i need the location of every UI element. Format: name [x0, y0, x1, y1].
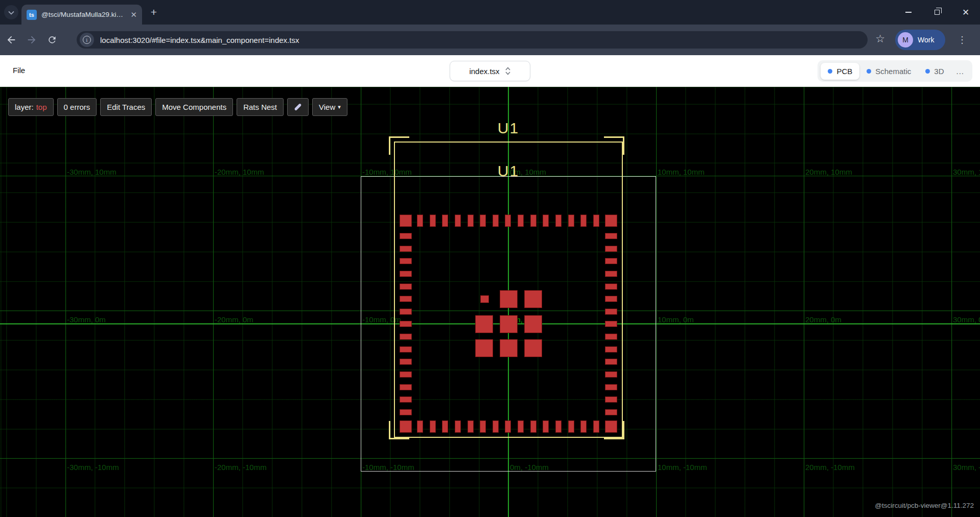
pcb-pad[interactable]: [400, 246, 412, 252]
pcb-pad[interactable]: [493, 215, 499, 227]
pcb-pad[interactable]: [605, 420, 617, 433]
pcb-pad[interactable]: [442, 215, 448, 227]
back-button[interactable]: [2, 31, 20, 49]
pcb-pad[interactable]: [505, 215, 511, 227]
tab-close-icon[interactable]: ✕: [130, 10, 137, 19]
pcb-pad[interactable]: [568, 215, 574, 227]
window-restore-button[interactable]: [923, 0, 951, 25]
pcb-pad[interactable]: [605, 346, 617, 353]
pcb-pad[interactable]: [475, 315, 493, 333]
pcb-pad[interactable]: [455, 420, 461, 433]
pcb-pad[interactable]: [605, 334, 617, 340]
tab-pcb[interactable]: PCB: [821, 63, 859, 80]
pcb-pad[interactable]: [524, 290, 542, 308]
pcb-pad[interactable]: [430, 420, 436, 433]
pcb-pad[interactable]: [480, 295, 489, 303]
pcb-pad[interactable]: [605, 233, 617, 239]
new-tab-button[interactable]: +: [147, 6, 160, 19]
pcb-pad[interactable]: [400, 215, 412, 227]
pcb-pad[interactable]: [605, 271, 617, 277]
edit-traces-button[interactable]: Edit Traces: [100, 98, 152, 116]
pcb-canvas[interactable]: U1 U1 layer: top 0 errors Edit Traces Mo…: [0, 87, 980, 517]
pcb-pad[interactable]: [400, 346, 412, 353]
pcb-pad[interactable]: [480, 215, 486, 227]
pcb-pad[interactable]: [400, 296, 412, 302]
pcb-pad[interactable]: [605, 409, 617, 415]
pcb-pad[interactable]: [530, 420, 536, 433]
pcb-pad[interactable]: [468, 215, 474, 227]
pcb-pad[interactable]: [555, 420, 562, 433]
pcb-pad[interactable]: [400, 309, 412, 315]
pcb-pad[interactable]: [605, 246, 617, 252]
file-menu[interactable]: File: [13, 66, 25, 75]
pcb-pad[interactable]: [518, 420, 524, 433]
window-minimize-button[interactable]: [894, 0, 923, 25]
pcb-pad[interactable]: [455, 215, 461, 227]
url-field[interactable]: i localhost:3020/#file=index.tsx&main_co…: [77, 31, 868, 49]
pcb-pad[interactable]: [400, 371, 412, 378]
pcb-pad[interactable]: [400, 233, 412, 239]
pcb-pad[interactable]: [400, 420, 412, 433]
pcb-pad[interactable]: [500, 315, 518, 333]
forward-button[interactable]: [22, 31, 41, 49]
pcb-pad[interactable]: [543, 420, 549, 433]
pcb-pad[interactable]: [400, 384, 412, 390]
pcb-pad[interactable]: [400, 271, 412, 277]
errors-button[interactable]: 0 errors: [57, 98, 97, 116]
pcb-pad[interactable]: [500, 290, 518, 308]
pcb-pad[interactable]: [493, 420, 499, 433]
pcb-pad[interactable]: [605, 321, 617, 327]
pcb-pad[interactable]: [580, 215, 587, 227]
pcb-pad[interactable]: [417, 420, 423, 433]
window-close-button[interactable]: ✕: [951, 0, 980, 25]
pcb-pad[interactable]: [480, 420, 486, 433]
tab-3d[interactable]: 3D: [918, 63, 951, 80]
pcb-pad[interactable]: [605, 396, 617, 403]
pcb-pad[interactable]: [593, 420, 599, 433]
pcb-pad[interactable]: [400, 258, 412, 264]
pcb-pad[interactable]: [400, 396, 412, 403]
pcb-pad[interactable]: [417, 215, 423, 227]
pcb-pad[interactable]: [400, 409, 412, 415]
more-views-button[interactable]: ...: [951, 64, 969, 79]
pcb-pad[interactable]: [580, 420, 587, 433]
pcb-pad[interactable]: [555, 215, 562, 227]
pcb-pad[interactable]: [430, 215, 436, 227]
pcb-pad[interactable]: [605, 359, 617, 365]
pcb-pad[interactable]: [505, 420, 511, 433]
rats-nest-button[interactable]: Rats Nest: [237, 98, 284, 116]
pcb-pad[interactable]: [605, 371, 617, 378]
bookmark-star-icon[interactable]: ☆: [875, 33, 885, 45]
pcb-pad[interactable]: [400, 321, 412, 327]
pcb-pad[interactable]: [468, 420, 474, 433]
pcb-pad[interactable]: [524, 339, 542, 357]
pcb-pad[interactable]: [605, 215, 617, 227]
pcb-pad[interactable]: [593, 215, 599, 227]
pcb-pad[interactable]: [400, 334, 412, 340]
move-components-button[interactable]: Move Components: [155, 98, 233, 116]
view-menu-button[interactable]: View ▾: [312, 98, 347, 116]
url-text[interactable]: localhost:3020/#file=index.tsx&main_comp…: [100, 36, 299, 44]
tab-schematic[interactable]: Schematic: [859, 63, 918, 80]
pcb-pad[interactable]: [400, 284, 412, 290]
pcb-pad[interactable]: [442, 420, 448, 433]
pcb-pad[interactable]: [524, 315, 542, 333]
pcb-pad[interactable]: [605, 258, 617, 264]
pcb-pad[interactable]: [475, 339, 493, 357]
pencil-tool-button[interactable]: [287, 98, 309, 116]
file-select[interactable]: index.tsx: [450, 61, 530, 81]
browser-profile-chip[interactable]: M Work: [895, 30, 945, 50]
pcb-pad[interactable]: [568, 420, 574, 433]
browser-tab[interactable]: ts @tsci/MustafaMulla29.kicad-lib ✕: [21, 5, 142, 25]
pcb-pad[interactable]: [518, 215, 524, 227]
pcb-pad[interactable]: [605, 384, 617, 390]
site-info-icon[interactable]: i: [83, 36, 91, 44]
pcb-pad[interactable]: [500, 339, 518, 357]
pcb-pad[interactable]: [605, 296, 617, 302]
reload-button[interactable]: [43, 31, 61, 49]
layer-button[interactable]: layer: top: [8, 98, 54, 116]
pcb-pad[interactable]: [400, 359, 412, 365]
browser-menu-icon[interactable]: ⋮: [958, 34, 967, 45]
pcb-pad[interactable]: [605, 284, 617, 290]
tab-search-button[interactable]: [4, 5, 18, 19]
